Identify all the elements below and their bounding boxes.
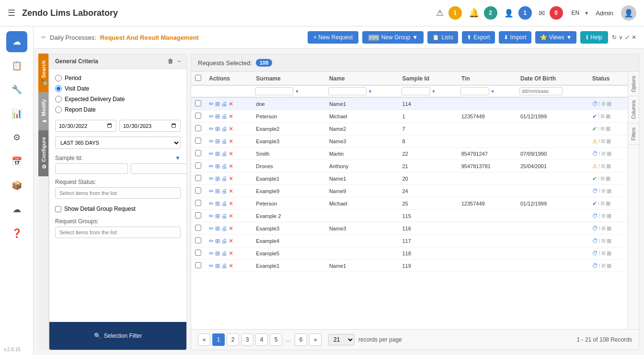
- request-groups-input[interactable]: [55, 227, 181, 238]
- print-action-icon[interactable]: 🖨: [221, 163, 227, 170]
- refresh-icon[interactable]: ↻: [612, 34, 617, 41]
- filter-blue-icon[interactable]: ▼: [175, 155, 181, 161]
- grid-action-icon[interactable]: ⊞: [215, 200, 220, 207]
- status-grid-icon[interactable]: ⊞: [600, 175, 605, 182]
- status-grid-icon[interactable]: ⊞: [601, 263, 606, 269]
- sidebar-item-cloud[interactable]: ☁: [6, 31, 27, 52]
- status-grid-icon[interactable]: ⊞: [600, 126, 605, 132]
- edit-action-icon[interactable]: ✏: [209, 225, 214, 232]
- row-checkbox[interactable]: [195, 100, 201, 106]
- vtab-search[interactable]: 🔍 Search: [38, 54, 48, 92]
- status-exclaim-icon[interactable]: !: [599, 263, 600, 269]
- row-checkbox[interactable]: [195, 125, 201, 131]
- grid-action-icon[interactable]: ⊞: [215, 263, 220, 269]
- show-detail-checkbox[interactable]: [55, 206, 61, 212]
- print-action-icon[interactable]: 🖨: [221, 101, 227, 107]
- edit-action-icon[interactable]: ✏: [209, 126, 214, 132]
- print-action-icon[interactable]: 🖨: [221, 263, 227, 269]
- edit-action-icon[interactable]: ✏: [209, 113, 214, 120]
- page-next-button[interactable]: »: [309, 333, 322, 346]
- filter-tin-icon[interactable]: ▼: [491, 89, 495, 94]
- status-exclaim-icon[interactable]: !: [599, 213, 600, 219]
- delete-action-icon[interactable]: ✕: [229, 225, 233, 232]
- page-6-button[interactable]: 6: [295, 333, 307, 346]
- selection-filter-button[interactable]: 🔍 Selection Filter: [55, 328, 181, 344]
- views-button[interactable]: ⭐ Views ▼: [535, 31, 577, 44]
- row-checkbox[interactable]: [195, 212, 201, 218]
- filter-sample-input[interactable]: [402, 87, 430, 95]
- hamburger-icon[interactable]: ☰: [8, 8, 15, 18]
- row-checkbox[interactable]: [195, 150, 201, 156]
- delete-action-icon[interactable]: ✕: [229, 175, 233, 182]
- status-table-icon[interactable]: ▦: [607, 238, 611, 244]
- status-exclaim-icon[interactable]: !: [599, 151, 600, 157]
- lang-chevron-icon[interactable]: ▼: [584, 11, 589, 16]
- status-grid-icon[interactable]: ⊞: [601, 225, 606, 231]
- status-grid-icon[interactable]: ⊞: [601, 101, 606, 107]
- grid-action-icon[interactable]: ⊞: [215, 126, 220, 132]
- grid-action-icon[interactable]: ⊞: [215, 225, 220, 232]
- status-table-icon[interactable]: ▦: [606, 126, 610, 132]
- status-table-icon[interactable]: ▦: [607, 250, 611, 256]
- export-button[interactable]: ⬆ Export: [462, 31, 495, 44]
- delete-action-icon[interactable]: ✕: [229, 101, 233, 107]
- delete-action-icon[interactable]: ✕: [229, 250, 233, 257]
- delete-action-icon[interactable]: ✕: [229, 188, 233, 195]
- print-action-icon[interactable]: 🖨: [221, 150, 227, 157]
- row-checkbox[interactable]: [195, 200, 201, 206]
- radio-expected-delivery[interactable]: Expected Delivery Date: [55, 96, 181, 103]
- filter-tin-input[interactable]: [460, 87, 489, 95]
- status-grid-icon[interactable]: ⊞: [600, 200, 605, 206]
- radio-report-date[interactable]: Report Date: [55, 106, 181, 113]
- edit-action-icon[interactable]: ✏: [209, 213, 214, 219]
- status-table-icon[interactable]: ▦: [607, 188, 611, 194]
- status-exclaim-icon[interactable]: !: [598, 138, 600, 144]
- filter-dob-input[interactable]: [519, 87, 563, 95]
- status-exclaim-icon[interactable]: !: [599, 188, 600, 194]
- row-checkbox[interactable]: [195, 262, 201, 268]
- grid-action-icon[interactable]: ⊞: [215, 213, 220, 219]
- select-all-checkbox[interactable]: [195, 75, 201, 81]
- row-checkbox[interactable]: [195, 175, 201, 181]
- page-prev-button[interactable]: «: [198, 333, 210, 346]
- status-grid-icon[interactable]: ⊞: [601, 188, 606, 194]
- status-exclaim-icon[interactable]: !: [599, 251, 600, 256]
- status-grid-icon[interactable]: ⊞: [601, 238, 606, 244]
- period-select[interactable]: LAST 365 DAYS LAST 30 DAYS LAST 7 DAYS T…: [55, 137, 181, 149]
- edit-action-icon[interactable]: ✏: [209, 188, 214, 195]
- radio-period[interactable]: Period: [55, 75, 181, 81]
- delete-action-icon[interactable]: ✕: [229, 200, 233, 207]
- avatar[interactable]: 👤: [621, 5, 636, 21]
- trash-icon[interactable]: 🗑: [168, 58, 173, 65]
- row-checkbox[interactable]: [195, 250, 201, 256]
- page-5-button[interactable]: 5: [270, 333, 282, 346]
- status-grid-icon[interactable]: ⊞: [600, 113, 605, 119]
- new-group-button[interactable]: 🏢 🏢 New Group ▼: [362, 31, 424, 44]
- edit-action-icon[interactable]: ✏: [209, 163, 214, 170]
- grid-action-icon[interactable]: ⊞: [215, 238, 220, 244]
- status-table-icon[interactable]: ▦: [606, 200, 610, 206]
- close-icon[interactable]: ✕: [632, 34, 636, 41]
- grid-action-icon[interactable]: ⊞: [215, 175, 220, 182]
- edit-action-icon[interactable]: ✏: [209, 138, 214, 145]
- edit-action-icon[interactable]: ✏: [209, 150, 214, 157]
- status-exclaim-icon[interactable]: !: [599, 226, 600, 231]
- grid-action-icon[interactable]: ⊞: [215, 101, 220, 107]
- print-action-icon[interactable]: 🖨: [221, 250, 227, 257]
- row-checkbox[interactable]: [195, 137, 201, 144]
- delete-action-icon[interactable]: ✕: [229, 263, 233, 269]
- row-checkbox[interactable]: [195, 187, 201, 194]
- collapse-icon[interactable]: −: [177, 58, 181, 65]
- print-action-icon[interactable]: 🖨: [221, 138, 227, 145]
- records-per-page-select[interactable]: 21 50 100: [328, 334, 355, 345]
- status-table-icon[interactable]: ▦: [606, 163, 611, 169]
- date-to-input[interactable]: [119, 120, 181, 132]
- help-button[interactable]: ℹ Help: [580, 31, 608, 44]
- sample-id-input-1[interactable]: [55, 163, 128, 174]
- status-exclaim-icon[interactable]: !: [599, 101, 600, 107]
- status-table-icon[interactable]: ▦: [607, 263, 611, 269]
- print-action-icon[interactable]: 🖨: [221, 126, 227, 132]
- date-from-input[interactable]: [55, 120, 116, 132]
- status-table-icon[interactable]: ▦: [607, 101, 611, 107]
- delete-action-icon[interactable]: ✕: [229, 126, 233, 132]
